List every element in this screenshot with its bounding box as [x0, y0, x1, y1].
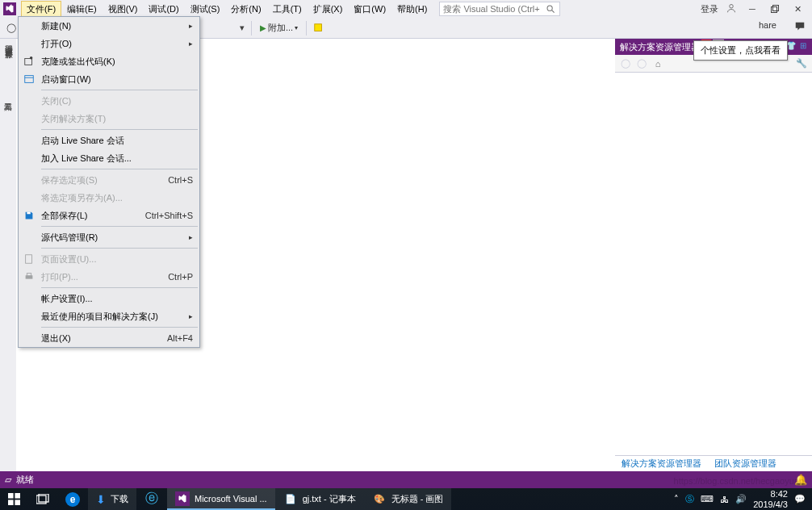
menu-save-all[interactable]: 全部保存(L)Ctrl+Shift+S — [19, 207, 199, 224]
notepad-task[interactable]: 📄gj.txt - 记事本 — [275, 488, 364, 510]
vs-task[interactable]: Microsoft Visual ... — [167, 488, 275, 510]
menu-start-liveshare[interactable]: 启动 Live Share 会话 — [19, 132, 199, 149]
menu-analyze[interactable]: 分析(N) — [225, 1, 266, 18]
tray-skype-icon[interactable]: Ⓢ — [685, 493, 694, 505]
svg-rect-3 — [772, 7, 777, 13]
print-icon — [23, 270, 36, 283]
menu-debug[interactable]: 调试(D) — [143, 1, 184, 18]
menu-extensions[interactable]: 扩展(X) — [308, 1, 349, 18]
menu-separator — [41, 129, 198, 130]
menu-exit[interactable]: 退出(X)Alt+F4 — [19, 329, 199, 347]
paint-task[interactable]: 🎨无标题 - 画图 — [364, 488, 452, 510]
menu-separator — [41, 90, 198, 90]
windows-taskbar: e ⬇下载 ⓔ Microsoft Visual ... 📄gj.txt - 记… — [0, 488, 812, 510]
search-box[interactable] — [439, 2, 560, 16]
feedback-icon[interactable] — [794, 21, 806, 34]
tray-chevron-icon[interactable]: ˄ — [674, 494, 679, 504]
window-icon — [23, 73, 36, 86]
ime-menu-icon[interactable]: ⊞ — [797, 40, 809, 51]
play-icon: ▶ — [260, 23, 266, 32]
download-task[interactable]: ⬇下载 — [88, 488, 136, 510]
menu-tools[interactable]: 工具(T) — [267, 1, 308, 18]
clone-icon — [23, 55, 36, 68]
search-icon[interactable] — [543, 5, 558, 14]
menu-start-window[interactable]: 启动窗口(W) — [19, 70, 199, 88]
menu-separator — [41, 327, 198, 328]
svg-rect-14 — [8, 493, 14, 499]
sol-wrench-icon[interactable]: 🔧 — [794, 56, 809, 71]
svg-rect-8 — [25, 76, 34, 83]
sol-home-icon[interactable]: ⌂ — [651, 56, 665, 71]
menu-join-liveshare[interactable]: 加入 Live Share 会话... — [19, 149, 199, 167]
notification-bell-icon[interactable]: 🔔 — [794, 474, 807, 486]
submenu-arrow-icon: ▸ — [189, 233, 193, 241]
menu-close-solution: 关闭解决方案(T) — [19, 110, 199, 128]
menu-separator — [41, 248, 198, 249]
menu-separator — [41, 287, 198, 288]
tray-notifications-icon[interactable]: 💬 — [794, 494, 806, 504]
file-dropdown-menu: 新建(N)▸ 打开(O)▸ 克隆或签出代码(K) 启动窗口(W) 关闭(C) 关… — [18, 16, 200, 348]
page-setup-icon — [23, 253, 36, 265]
svg-rect-4 — [773, 6, 779, 11]
paint-icon: 🎨 — [372, 492, 387, 507]
menu-test[interactable]: 测试(S) — [185, 1, 226, 18]
close-button[interactable]: ✕ — [786, 1, 809, 17]
user-icon[interactable] — [726, 3, 736, 15]
svg-rect-16 — [8, 500, 14, 505]
tray-keyboard-icon[interactable]: ⌨ — [701, 494, 714, 504]
menu-file[interactable]: 文件(F) — [21, 1, 61, 18]
back-button[interactable]: ◯ — [3, 21, 19, 35]
menu-view[interactable]: 视图(V) — [103, 1, 144, 18]
download-icon: ⬇ — [96, 493, 106, 506]
status-icon: ▱ — [5, 474, 11, 485]
menu-open[interactable]: 打开(O)▸ — [19, 35, 199, 52]
svg-rect-10 — [27, 212, 30, 215]
task-view-button[interactable] — [28, 488, 57, 510]
menu-save-selected: 保存选定项(S)Ctrl+S — [19, 171, 199, 189]
status-bar: ▱ 就绪 🔔 — [0, 471, 812, 488]
login-link[interactable]: 登录 — [697, 2, 722, 17]
menu-page-setup: 页面设置(U)... — [19, 250, 199, 268]
menu-print: 打印(P)...Ctrl+P — [19, 268, 199, 286]
solution-tree[interactable] — [615, 73, 812, 455]
solution-explorer-title: 解决方案资源管理器 — [620, 41, 700, 53]
save-all-icon — [23, 209, 36, 222]
menu-window[interactable]: 窗口(W) — [348, 1, 391, 18]
separator — [251, 21, 252, 36]
liveshare-label[interactable]: hare — [759, 20, 776, 30]
tray-volume-icon[interactable]: 🔊 — [735, 494, 747, 504]
svg-line-1 — [552, 10, 555, 12]
maximize-button[interactable] — [764, 1, 786, 17]
svg-point-7 — [30, 56, 33, 60]
submenu-arrow-icon: ▸ — [189, 312, 193, 320]
start-button[interactable] — [0, 488, 28, 510]
menu-edit[interactable]: 编辑(E) — [61, 1, 103, 18]
submenu-arrow-icon: ▸ — [189, 22, 193, 30]
menu-source-control[interactable]: 源代码管理(R)▸ — [19, 228, 199, 246]
tab-team-explorer[interactable]: 团队资源管理器 — [708, 456, 783, 471]
search-input[interactable] — [440, 4, 543, 14]
menu-separator — [41, 169, 198, 169]
vs-logo-icon — [3, 2, 16, 15]
attach-label: 附加... — [268, 22, 293, 34]
dropdown-toggle[interactable]: ▾ — [236, 21, 248, 35]
menu-account-settings[interactable]: 帐户设置(I)... — [19, 290, 199, 307]
svg-rect-15 — [15, 493, 20, 499]
menu-help[interactable]: 帮助(H) — [391, 1, 433, 18]
menu-recent[interactable]: 最近使用的项目和解决方案(J)▸ — [19, 307, 199, 325]
tray-clock[interactable]: 8:42 2019/4/3 — [753, 489, 788, 508]
menu-clone[interactable]: 克隆或签出代码(K) — [19, 52, 199, 70]
tab-solution-explorer[interactable]: 解决方案资源管理器 — [615, 456, 708, 471]
tooltip: 个性设置，点我看看 — [693, 40, 788, 61]
ie-button[interactable]: ⓔ — [136, 488, 167, 510]
attach-button[interactable]: ▶ 附加... ▾ — [255, 20, 303, 36]
edge-button[interactable]: e — [57, 488, 88, 510]
svg-rect-11 — [26, 255, 32, 264]
tray-network-icon[interactable]: 🖧 — [720, 495, 729, 504]
sol-forward-icon: ◯ — [634, 56, 649, 71]
server-explorer-tab[interactable]: 服务器资源管理器 — [0, 39, 16, 50]
minimize-button[interactable]: ─ — [741, 1, 764, 17]
menu-new[interactable]: 新建(N)▸ — [19, 17, 199, 35]
toolbar-btn[interactable] — [310, 21, 328, 36]
submenu-arrow-icon: ▸ — [189, 40, 193, 48]
